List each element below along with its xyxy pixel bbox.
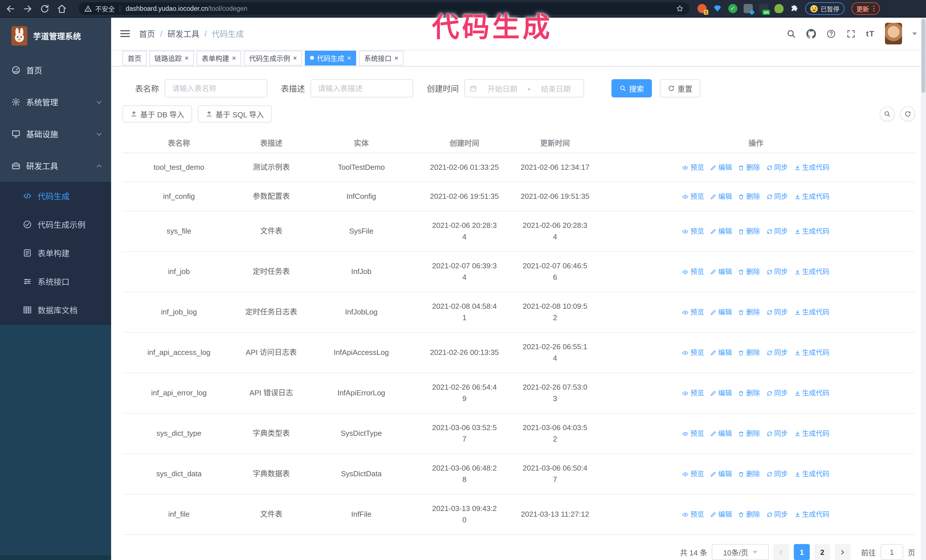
browser-menu-icon[interactable] (873, 5, 875, 12)
sync-link[interactable]: 同步 (766, 191, 788, 202)
browser-forward-icon[interactable] (23, 4, 32, 14)
sidebar-subitem[interactable]: 系统接口 (0, 267, 111, 296)
sidebar-subitem[interactable]: 表单构建 (0, 239, 111, 267)
generate-code-link[interactable]: 生成代码 (794, 162, 829, 173)
extension-ublock-icon[interactable]: 1 (698, 4, 707, 13)
delete-link[interactable]: 删除 (738, 191, 760, 202)
preview-link[interactable]: 预览 (682, 266, 704, 278)
extension-grid-icon[interactable] (744, 4, 753, 13)
refresh-table-button[interactable] (900, 107, 915, 121)
preview-link[interactable]: 预览 (682, 509, 704, 520)
import-db-button[interactable]: 基于 DB 导入 (123, 106, 192, 122)
close-icon[interactable] (232, 54, 236, 61)
browser-home-icon[interactable] (57, 4, 67, 14)
sidebar-subitem[interactable]: 代码生成 (0, 182, 111, 210)
bookmark-star-icon[interactable] (676, 5, 684, 12)
close-icon[interactable] (394, 54, 398, 61)
page-tab[interactable]: 表单构建 (197, 50, 241, 65)
generate-code-link[interactable]: 生成代码 (794, 468, 829, 480)
scrollbar-thumb[interactable] (921, 19, 925, 93)
prev-page-button[interactable] (773, 544, 789, 560)
generate-code-link[interactable]: 生成代码 (794, 428, 829, 439)
preview-link[interactable]: 预览 (682, 387, 704, 399)
generate-code-link[interactable]: 生成代码 (794, 226, 829, 237)
address-bar[interactable]: 不安全 dashboard.yudao.iocoder.cn /tool/cod… (79, 2, 690, 15)
table-desc-input[interactable] (310, 79, 413, 97)
delete-link[interactable]: 删除 (738, 468, 760, 480)
toggle-search-button[interactable] (880, 107, 895, 121)
delete-link[interactable]: 删除 (738, 306, 760, 318)
breadcrumb-item[interactable]: 代码生成 (200, 28, 244, 39)
sync-link[interactable]: 同步 (766, 387, 788, 399)
sync-link[interactable]: 同步 (766, 162, 788, 173)
reset-button[interactable]: 重置 (660, 79, 701, 97)
preview-link[interactable]: 预览 (682, 468, 704, 480)
generate-code-link[interactable]: 生成代码 (794, 266, 829, 278)
next-page-button[interactable] (835, 544, 851, 560)
preview-link[interactable]: 预览 (682, 191, 704, 202)
edit-link[interactable]: 编辑 (710, 387, 732, 399)
delete-link[interactable]: 删除 (738, 509, 760, 520)
extension-check-icon[interactable]: ✓ (728, 4, 737, 13)
preview-link[interactable]: 预览 (682, 347, 704, 358)
generate-code-link[interactable]: 生成代码 (794, 347, 829, 358)
start-date-placeholder[interactable]: 开始日期 (479, 83, 526, 94)
extension-green-icon[interactable] (775, 4, 784, 13)
font-size-icon[interactable] (866, 29, 875, 38)
security-label[interactable]: 不安全 (95, 4, 115, 13)
sync-link[interactable]: 同步 (766, 306, 788, 318)
sync-link[interactable]: 同步 (766, 266, 788, 278)
edit-link[interactable]: 编辑 (710, 468, 732, 480)
page-tab[interactable]: 系统接口 (359, 50, 404, 65)
close-icon[interactable] (293, 54, 297, 61)
generate-code-link[interactable]: 生成代码 (794, 509, 829, 520)
sidebar-item[interactable]: 首页 (0, 54, 111, 86)
delete-link[interactable]: 删除 (738, 347, 760, 358)
window-scrollbar[interactable] (921, 18, 926, 560)
fullscreen-icon[interactable] (846, 29, 856, 38)
github-icon[interactable] (806, 29, 816, 38)
sidebar-subitem[interactable]: 数据库文档 (0, 296, 111, 324)
sync-link[interactable]: 同步 (766, 509, 788, 520)
import-sql-button[interactable]: 基于 SQL 导入 (198, 106, 272, 122)
breadcrumb-item[interactable]: 首页 (139, 28, 155, 39)
delete-link[interactable]: 删除 (738, 162, 760, 173)
end-date-placeholder[interactable]: 结束日期 (533, 83, 579, 94)
table-name-input[interactable] (165, 79, 267, 97)
preview-link[interactable]: 预览 (682, 306, 704, 318)
page-size-select[interactable]: 10条/页 (712, 544, 769, 560)
edit-link[interactable]: 编辑 (710, 428, 732, 439)
preview-link[interactable]: 预览 (682, 428, 704, 439)
page-tab[interactable]: 代码生成示例 (244, 50, 302, 65)
app-logo-area[interactable]: 芋道管理系统 (0, 18, 111, 54)
generate-code-link[interactable]: 生成代码 (794, 387, 829, 399)
delete-link[interactable]: 删除 (738, 428, 760, 439)
sidebar-item[interactable]: 系统管理 (0, 86, 111, 118)
edit-link[interactable]: 编辑 (710, 226, 732, 237)
extensions-puzzle-icon[interactable] (790, 4, 798, 13)
close-icon[interactable] (347, 54, 351, 61)
edit-link[interactable]: 编辑 (710, 266, 732, 278)
search-icon[interactable] (787, 29, 796, 38)
delete-link[interactable]: 删除 (738, 266, 760, 278)
sync-link[interactable]: 同步 (766, 468, 788, 480)
extension-gem-icon[interactable] (713, 4, 722, 13)
sync-link[interactable]: 同步 (766, 347, 788, 358)
sync-link[interactable]: 同步 (766, 428, 788, 439)
page-number-button[interactable]: 2 (814, 544, 830, 560)
date-range-picker[interactable]: 开始日期 - 结束日期 (465, 79, 584, 97)
goto-page-input[interactable] (881, 544, 903, 560)
browser-reload-icon[interactable] (40, 4, 50, 14)
preview-link[interactable]: 预览 (682, 226, 704, 237)
page-tab[interactable]: 首页 (123, 50, 147, 65)
edit-link[interactable]: 编辑 (710, 162, 732, 173)
sidebar-toggle-icon[interactable] (120, 29, 130, 39)
close-icon[interactable] (185, 54, 189, 61)
edit-link[interactable]: 编辑 (710, 306, 732, 318)
sidebar-subitem[interactable]: 代码生成示例 (0, 210, 111, 239)
edit-link[interactable]: 编辑 (710, 347, 732, 358)
browser-back-icon[interactable] (6, 4, 15, 14)
page-tab[interactable]: 代码生成 (305, 50, 356, 65)
delete-link[interactable]: 删除 (738, 387, 760, 399)
edit-link[interactable]: 编辑 (710, 191, 732, 202)
